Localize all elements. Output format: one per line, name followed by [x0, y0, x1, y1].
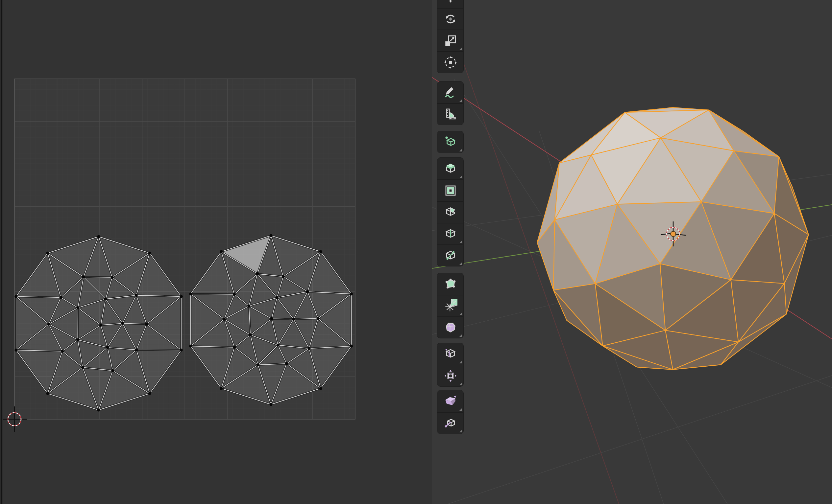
- scale-icon: [444, 34, 458, 48]
- viewport-3d-area[interactable]: [432, 0, 832, 504]
- tool-scale-button[interactable]: [437, 30, 463, 51]
- spin-icon: [444, 299, 458, 313]
- subtool-corner-indicator: [460, 430, 462, 432]
- tool-edge-slide-button[interactable]: [437, 343, 463, 365]
- tool-group: [437, 82, 463, 125]
- tool-shrink-fatten-button[interactable]: [437, 365, 463, 386]
- tool-annotate-button[interactable]: [437, 82, 463, 103]
- add-cube-icon: [444, 135, 458, 149]
- blender-window: [0, 0, 832, 504]
- tool-group: [437, 0, 463, 73]
- tool-smooth-button[interactable]: [437, 316, 463, 338]
- tool-spin-button[interactable]: [437, 295, 463, 316]
- subtool-corner-indicator: [460, 175, 462, 178]
- annotate-icon: [444, 85, 458, 99]
- uv-editor-area[interactable]: [0, 0, 429, 504]
- tool-knife-button[interactable]: [437, 245, 463, 266]
- bevel-icon: [444, 205, 458, 219]
- loop-cut-icon: [444, 227, 458, 241]
- rotate-icon: [444, 12, 458, 26]
- subtool-corner-indicator: [460, 383, 462, 385]
- tool-extrude-region-button[interactable]: [437, 158, 463, 179]
- subtool-corner-indicator: [460, 361, 462, 363]
- knife-icon: [444, 249, 458, 262]
- tool-group: [437, 131, 463, 153]
- object-origin-dot: [671, 231, 676, 236]
- tool-group: [437, 158, 463, 266]
- shrink-fatten-icon: [444, 369, 458, 383]
- subtool-corner-indicator: [460, 47, 462, 50]
- subtool-corner-indicator: [460, 262, 462, 265]
- rip-region-icon: [444, 416, 458, 430]
- poly-build-icon: [444, 277, 458, 291]
- tool-inset-faces-button[interactable]: [437, 179, 463, 201]
- tool-add-cube-button[interactable]: [437, 131, 463, 153]
- subtool-corner-indicator: [460, 241, 462, 243]
- tool-move-button[interactable]: [437, 0, 463, 8]
- subtool-corner-indicator: [460, 408, 462, 411]
- subtool-corner-indicator: [460, 99, 462, 102]
- edge-slide-icon: [444, 347, 458, 361]
- tool-shear-button[interactable]: [437, 390, 463, 412]
- tool-rotate-button[interactable]: [437, 8, 463, 30]
- editor-divider[interactable]: [0, 0, 3, 504]
- tool-group: [437, 343, 463, 386]
- shear-icon: [444, 394, 458, 408]
- subtool-corner-indicator: [460, 334, 462, 337]
- subtool-corner-indicator: [460, 149, 462, 151]
- smooth-icon: [444, 321, 458, 334]
- subtool-corner-indicator: [460, 312, 462, 315]
- tool-group: [437, 273, 463, 338]
- tool-rip-region-button[interactable]: [437, 412, 463, 434]
- inset-faces-icon: [444, 184, 458, 197]
- tool-bevel-button[interactable]: [437, 201, 463, 223]
- tool-loop-cut-button[interactable]: [437, 223, 463, 245]
- measure-icon: [444, 107, 458, 121]
- tool-poly-build-button[interactable]: [437, 273, 463, 295]
- extrude-region-icon: [444, 162, 458, 175]
- tool-transform-button[interactable]: [437, 51, 463, 73]
- tool-group: [437, 390, 463, 434]
- transform-icon: [444, 56, 458, 69]
- tool-measure-button[interactable]: [437, 103, 463, 125]
- move-icon: [444, 0, 458, 4]
